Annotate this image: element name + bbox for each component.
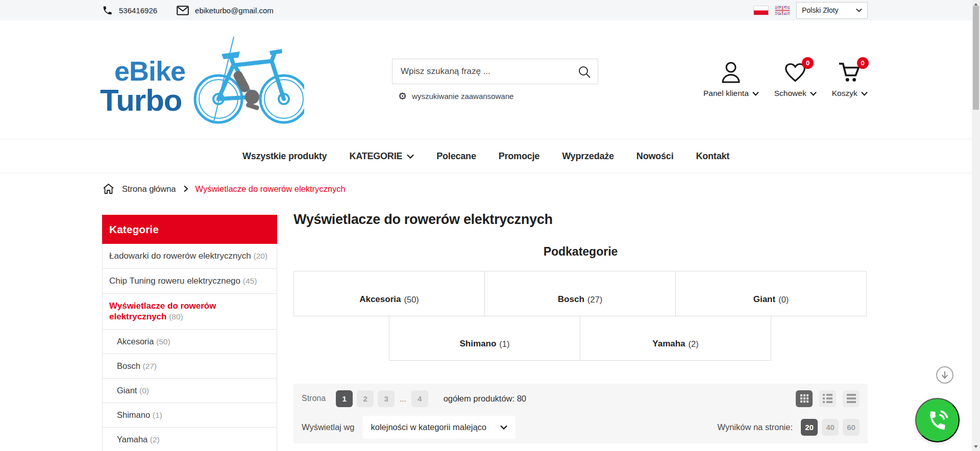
compact-view-button[interactable]	[843, 390, 860, 407]
sidebar-item-akcesoria[interactable]: Akcesoria (50)	[103, 330, 277, 354]
page-button-2[interactable]: 2	[357, 390, 374, 407]
nav-item-categories[interactable]: KATEGORIE	[349, 151, 414, 162]
nav-item-promotions[interactable]: Promocje	[499, 151, 540, 162]
wishlist-label: Schowek	[774, 89, 806, 98]
advanced-search-link[interactable]: ⚙ wyszukiwanie zaawansowane	[398, 91, 598, 101]
grid-view-button[interactable]	[796, 390, 813, 407]
account-label: Panel klienta	[703, 89, 749, 98]
bike-logo-icon	[177, 34, 304, 126]
list-view-icon	[823, 394, 832, 403]
breadcrumb: Strona główna Wyświetlacze do rowerów el…	[102, 183, 346, 195]
chevron-down-icon	[752, 91, 759, 96]
list-view-button[interactable]	[819, 390, 836, 407]
main-navigation: Wszystkie produkty KATEGORIE Polecane Pr…	[0, 139, 972, 173]
phone-call-icon	[926, 409, 949, 432]
home-icon[interactable]	[102, 183, 115, 195]
topbar-email[interactable]: ebiketurbo@gmail.com	[177, 6, 274, 15]
cart-menu[interactable]: 0 Koszyk	[832, 60, 868, 98]
breadcrumb-current[interactable]: Wyświetlacze do rowerów elektrycznych	[195, 184, 346, 194]
sidebar-item-chargers[interactable]: Ładowarki do rowerów elektrycznych (20)	[103, 244, 277, 269]
sort-label: Wyświetlaj wg	[302, 422, 354, 432]
page-button-1[interactable]: 1	[336, 390, 353, 407]
topbar-phone-number: 536416926	[119, 6, 157, 15]
logo[interactable]: eBike Turbo	[100, 34, 304, 126]
scrollbar-thumb[interactable]	[973, 6, 979, 110]
call-widget-button[interactable]	[915, 398, 960, 442]
account-menu[interactable]: Panel klienta	[703, 60, 759, 98]
chevron-down-icon	[810, 91, 817, 96]
per-page-label: Wyników na stronie:	[718, 422, 793, 432]
scrollbar-down-arrow[interactable]	[974, 445, 978, 448]
flag-poland-icon[interactable]	[753, 6, 769, 15]
gear-icon: ⚙	[398, 91, 407, 101]
nav-item-contact[interactable]: Kontakt	[696, 151, 729, 162]
breadcrumb-home-link[interactable]: Strona główna	[122, 184, 176, 194]
breadcrumb-separator-icon	[183, 185, 188, 192]
sidebar-item-displays[interactable]: Wyświetlacze do rowerów elektrycznych (8…	[103, 294, 277, 330]
products-total: ogółem produktów: 80	[444, 394, 526, 404]
user-icon	[720, 61, 742, 84]
pagination-label: Strona	[302, 394, 326, 403]
nav-item-recommended[interactable]: Polecane	[436, 151, 476, 162]
logo-text-ebike: eBike	[114, 55, 185, 87]
listing-toolbar: Strona 1 2 3 ... 4 ogółem produktów: 80	[293, 384, 868, 443]
sidebar-item-giant[interactable]: Giant (0)	[103, 379, 277, 403]
subcategory-tile-yamaha[interactable]: Yamaha (2)	[580, 316, 771, 361]
chevron-down-icon	[861, 91, 868, 96]
sidebar-item-yamaha[interactable]: Yamaha (2)	[103, 428, 277, 451]
page-title: Wyświetlacze do rowerów elektrycznych	[293, 212, 868, 228]
categories-sidebar: Kategorie Ładowarki do rowerów elektrycz…	[102, 215, 277, 451]
search-button[interactable]	[578, 64, 594, 80]
nav-item-clearance[interactable]: Wyprzedaże	[562, 151, 614, 162]
nav-item-new[interactable]: Nowości	[636, 151, 674, 162]
sidebar-item-bosch[interactable]: Bosch (27)	[103, 354, 277, 379]
subcategories-heading: Podkategorie	[293, 245, 868, 259]
scroll-down-button[interactable]	[936, 366, 953, 384]
currency-select[interactable]: Polski Złoty	[796, 2, 868, 19]
topbar-email-address: ebiketurbo@gmail.com	[195, 6, 274, 15]
per-page-40-button[interactable]: 40	[822, 419, 839, 436]
page-button-3[interactable]: 3	[378, 390, 395, 407]
scrollbar-up-arrow[interactable]	[974, 3, 978, 6]
chevron-down-icon	[500, 425, 507, 430]
flag-uk-icon[interactable]	[775, 6, 790, 15]
sidebar-item-chip-tuning[interactable]: Chip Tuning roweru elektrycznego (45)	[103, 269, 277, 294]
scrollbar[interactable]	[972, 0, 980, 451]
sidebar-item-shimano[interactable]: Shimano (1)	[103, 403, 277, 428]
subcategory-tile-akcesoria[interactable]: Akcesoria (50)	[293, 271, 485, 316]
cart-count-badge: 0	[857, 57, 869, 69]
page-button-4[interactable]: 4	[411, 390, 428, 407]
compact-view-icon	[847, 394, 856, 403]
mail-icon	[177, 6, 189, 15]
topbar: 536416926 ebiketurbo@gmail.com Polski Zł…	[0, 0, 980, 20]
header: eBike Turbo	[0, 20, 980, 139]
subcategory-tile-bosch[interactable]: Bosch (27)	[484, 271, 676, 316]
main-content: Wyświetlacze do rowerów elektrycznych Po…	[293, 212, 868, 451]
search-icon	[578, 65, 594, 79]
search-block: ⚙ wyszukiwanie zaawansowane	[392, 59, 598, 101]
nav-item-all-products[interactable]: Wszystkie produkty	[242, 151, 327, 162]
advanced-search-label: wyszukiwanie zaawansowane	[412, 92, 513, 101]
pagination-ellipsis: ...	[400, 394, 406, 403]
cart-label: Koszyk	[832, 89, 857, 98]
search-input[interactable]	[392, 59, 598, 84]
subcategory-tile-shimano[interactable]: Shimano (1)	[389, 316, 580, 361]
arrow-down-icon	[941, 370, 949, 380]
chevron-down-icon	[407, 154, 414, 159]
sidebar-title: Kategorie	[102, 215, 277, 244]
wishlist-count-badge: 0	[802, 57, 814, 69]
subcategory-tile-giant[interactable]: Giant (0)	[675, 271, 867, 316]
per-page-60-button[interactable]: 60	[843, 419, 860, 436]
grid-view-icon	[800, 394, 808, 403]
sort-value: kolejności w kategorii malejąco	[371, 422, 486, 432]
per-page-20-button[interactable]: 20	[801, 419, 818, 436]
logo-text-turbo: Turbo	[100, 83, 182, 118]
topbar-phone[interactable]: 536416926	[102, 5, 157, 16]
phone-icon	[102, 5, 113, 16]
currency-value: Polski Złoty	[802, 6, 839, 14]
chevron-down-icon	[856, 8, 862, 12]
sort-select[interactable]: kolejności w kategorii malejąco	[362, 416, 516, 439]
wishlist-menu[interactable]: 0 Schowek	[774, 60, 817, 98]
